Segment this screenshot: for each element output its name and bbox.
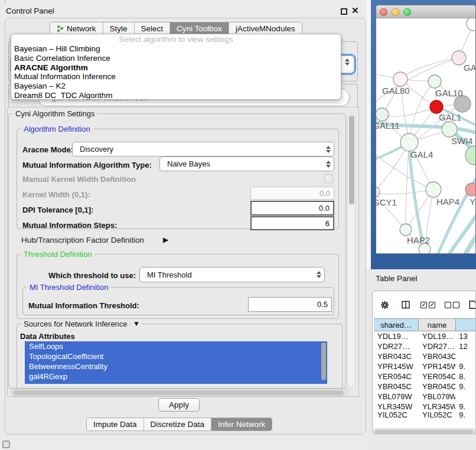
cell: YBR045C [374,381,419,392]
manual-kernel-checkbox[interactable] [324,174,333,183]
node-table: shared… name YDL19…YDL19…13 YDR27…YDR27…… [374,318,476,418]
tab-cyni-toolbox-label: Cyni Toolbox [177,24,222,33]
column-header-name[interactable]: name [419,319,455,331]
table-row[interactable]: YER054CYER054C8. [374,371,476,381]
tab-cyni-toolbox[interactable]: Cyni Toolbox [170,22,229,34]
control-panel-title: Control Panel [6,6,54,15]
close-traffic-light-icon[interactable] [380,8,387,16]
tab-select[interactable]: Select [135,22,171,34]
menu-item-bayesian-hill-climbing[interactable]: Bayesian – Hill Climbing [11,44,341,54]
tab-infer-network-label: Infer Network [218,420,265,429]
table-row[interactable]: YBR043CYBR043C [374,351,476,361]
table-row[interactable]: YPR145WYPR145W9. [374,361,476,371]
tab-style[interactable]: Style [103,22,135,34]
cell: YDL19… [419,331,455,341]
aracne-mode-label: Aracne Mode: [22,145,73,154]
table-row[interactable]: YIL052CYIL052C9. [374,412,476,418]
sources-group-title[interactable]: Sources for Network Inference [21,319,130,328]
expand-right-icon[interactable]: ▶ [163,236,168,244]
tab-impute-data[interactable]: Impute Data [87,418,144,431]
tab-discretize-data[interactable]: Discretize Data [144,418,212,431]
menu-item-aracne[interactable]: ARACNE Algorithm [11,63,341,73]
hub-definition-label[interactable]: Hub/Transcription Factor Definition [21,236,144,244]
network-window-titlebar[interactable] [376,5,475,18]
attributes-list-scrollbar-thumb[interactable] [321,343,326,380]
cell: YIL052C [374,412,419,418]
node-label: GAL11 [376,120,400,131]
which-threshold-label: Which threshold to use: [48,271,136,280]
tab-network[interactable]: Network [50,22,103,34]
network-labels: GAL80 GAL10 GAL1 GAL11 SWI4 GAL4 GCY1 HA… [376,63,476,245]
cell: YER054C [419,371,455,381]
table-row[interactable]: YBR045CYBR045C9. [374,381,476,392]
gear-icon[interactable] [381,299,389,311]
cell: YBL079W [419,392,455,402]
menu-item-bayesian-k2[interactable]: Bayesian – K2 [11,81,341,91]
tab-select-label: Select [141,24,164,33]
cell: 12 [455,341,476,351]
apply-button[interactable]: Apply [158,398,200,412]
aracne-mode-value: Discovery [73,145,323,154]
which-threshold-value: MI Threshold [140,270,314,279]
menu-item-dream8[interactable]: Dream8 DC_TDC Algorithm [11,91,341,100]
zoom-traffic-light-icon[interactable] [403,8,411,16]
node-label: HAP4 [436,197,459,207]
mi-steps-field[interactable]: 6 [250,216,334,230]
mi-type-label: Mutual Information Algorithm Type: [22,161,152,169]
cell: 9. [455,412,476,418]
list-item[interactable]: gal4RGexp [25,371,327,381]
dpi-tolerance-field[interactable]: 0.0 [250,201,334,216]
settings-horizontal-scrollbar-thumb[interactable] [13,390,344,395]
which-threshold-combo[interactable]: MI Threshold [139,267,325,282]
combo-spinner-icon [342,58,353,66]
panel-splitter[interactable] [366,0,371,269]
cell: YLR345W [374,402,419,412]
dpi-tolerance-label: DPI Tolerance [0,1]: [22,206,93,214]
network-view-window[interactable]: GAL80 GAL10 GAL1 GAL11 SWI4 GAL4 GCY1 HA… [376,5,476,254]
kernel-width-field[interactable]: 0.0 [250,187,334,200]
collapse-down-icon[interactable]: ▼ [131,319,142,328]
list-item[interactable]: TopologicalCoefficient [25,351,327,361]
column-header-extra[interactable] [456,319,476,331]
close-panel-icon[interactable]: ✕ [351,5,359,16]
float-panel-icon[interactable] [341,8,347,15]
tab-jactivemnodules[interactable]: jActiveMNodules [229,22,302,34]
table-row[interactable]: YDR27…YDR27…12 [374,341,476,351]
settings-vertical-scrollbar-thumb[interactable] [349,116,354,204]
list-item[interactable]: BetweennessCentrality [25,361,327,371]
unchecked-boxes-icon[interactable] [445,302,459,308]
minimized-panel-icon[interactable] [2,441,10,448]
list-item[interactable]: SelfLoops [25,341,327,351]
file-icon[interactable] [469,299,476,311]
menu-item-basic-correlation[interactable]: Basic Correlation Inference [11,54,341,63]
column-header-shared[interactable]: shared… [374,319,419,331]
settings-vertical-scrollbar[interactable] [347,114,356,388]
manual-kernel-label: Manual Kernel Width Definition [22,175,136,184]
mi-type-combo[interactable]: Naive Bayes [159,156,334,171]
network-graph: GAL80 GAL10 GAL1 GAL11 SWI4 GAL4 GCY1 HA… [376,18,476,254]
table-row[interactable]: YLR345WYLR345W9. [374,402,476,412]
aracne-mode-combo[interactable]: Discovery [72,142,334,156]
network-canvas[interactable]: GAL80 GAL10 GAL1 GAL11 SWI4 GAL4 GCY1 HA… [376,18,476,254]
tab-infer-network[interactable]: Infer Network [211,418,272,431]
cell: YPR145W [419,361,455,371]
menu-item-mutual-information[interactable]: Mutual Information Inference [11,72,341,81]
table-row[interactable]: YBL079WYBL079W [374,392,476,402]
table-row[interactable]: YDL19…YDL19…13 [374,331,476,341]
table-horizontal-scrollbar-thumb[interactable] [375,430,473,434]
minimize-traffic-light-icon[interactable] [392,8,399,16]
cell: YLR345W [419,402,455,412]
kernel-width-label: Kernel Width (0,1): [22,190,90,199]
algorithm-definition-title: Algorithm Definition [21,125,93,133]
data-attributes-list[interactable]: SelfLoops TopologicalCoefficient Between… [25,341,327,384]
control-panel-tabstrip: Network Style Select Cyni Toolbox jActiv… [50,22,302,35]
settings-horizontal-scrollbar[interactable] [11,389,348,396]
checked-boxes-icon[interactable]: ✓✓ [420,302,435,308]
mi-threshold-field[interactable]: 0.5 [248,297,332,312]
columns-icon[interactable] [402,299,410,311]
cell: 8. [455,371,476,381]
tab-discretize-data-label: Discretize Data [151,420,205,429]
table-panel-box: ✓✓ shared… name YDL19…YDL19…13 YDR27…YDR… [372,291,476,435]
combo-spinner-icon [314,271,324,278]
table-horizontal-scrollbar[interactable] [373,428,476,435]
